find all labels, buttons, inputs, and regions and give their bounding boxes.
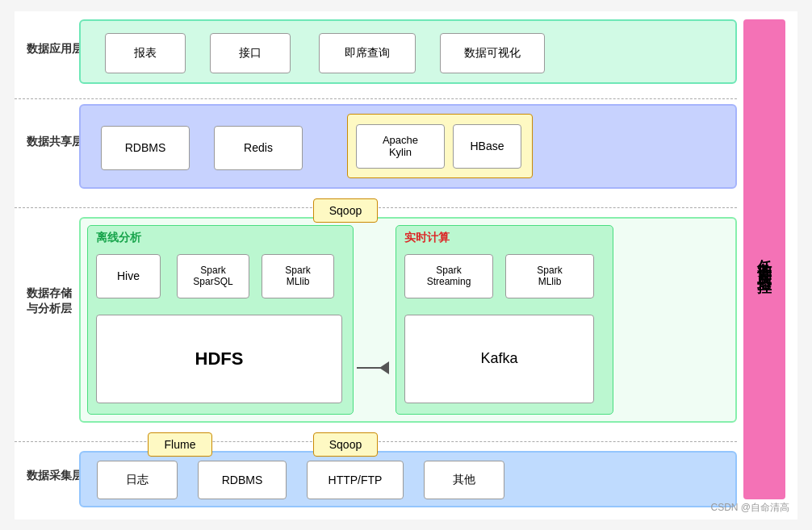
box-http-ftp: HTTP/FTP (307, 461, 404, 499)
sqoop-top-label: Sqoop (329, 204, 362, 217)
connector-sqoop-bottom: Sqoop (313, 432, 378, 457)
label-application-text: 数据应用层 (27, 42, 83, 56)
box-kafka: Kafka (404, 315, 594, 403)
box-spark-mllib-offline: SparkMLlib (262, 254, 334, 298)
label-sharing-text: 数据共享层 (27, 135, 83, 149)
box-rizhi: 日志 (97, 461, 178, 499)
box-group-kylin-hbase: ApacheKylin HBase (347, 114, 533, 178)
box-hbase: HBase (453, 124, 521, 169)
label-application: 数据应用层 (27, 42, 83, 56)
diagram-container: 任务调度与监控 数据应用层 报表 接口 即席查询 数据可视化 数据共享层 RDB… (15, 11, 797, 520)
layer-sharing: RDBMS Redis ApacheKylin HBase (79, 104, 737, 189)
dashed-line-1 (15, 98, 737, 99)
box-rdbms-collection: RDBMS (198, 461, 287, 499)
label-collection-text: 数据采集层 (27, 469, 83, 483)
connector-sqoop-top: Sqoop (313, 198, 378, 223)
watermark: CSDN @自命清高 (710, 501, 789, 515)
offline-label: 离线分析 (96, 231, 141, 245)
box-rdbms-sharing: RDBMS (101, 126, 190, 170)
label-collection: 数据采集层 (27, 469, 83, 483)
realtime-section: 实时计算 SparkStreaming SparkMLlib Kafka (396, 225, 613, 415)
layer-collection: 日志 RDBMS HTTP/FTP 其他 (79, 451, 737, 507)
box-hive: Hive (96, 254, 161, 298)
box-spark-mllib-realtime: SparkMLlib (505, 254, 594, 298)
connector-flume: Flume (148, 432, 212, 457)
watermark-text: CSDN @自命清高 (710, 502, 789, 513)
sqoop-bottom-label: Sqoop (329, 438, 362, 451)
sidebar-task-control: 任务调度与监控 (743, 19, 785, 499)
box-keshihua: 数据可视化 (440, 33, 545, 73)
box-hdfs: HDFS (96, 315, 342, 403)
layer-application: 报表 接口 即席查询 数据可视化 (79, 19, 737, 84)
label-storage-text: 数据存储与分析层 (27, 286, 72, 317)
sidebar-label: 任务调度与监控 (755, 248, 774, 270)
box-qita: 其他 (424, 461, 504, 499)
realtime-label: 实时计算 (404, 231, 450, 245)
arrow-hdfs-kafka (357, 360, 389, 376)
box-spark-sparsql: SparkSparSQL (177, 254, 249, 298)
label-storage: 数据存储与分析层 (27, 286, 75, 317)
box-redis: Redis (214, 126, 303, 170)
layer-storage: 离线分析 Hive SparkSparSQL SparkMLlib HDFS 实… (79, 217, 737, 423)
flume-label: Flume (165, 438, 196, 451)
box-jiekou: 接口 (210, 33, 291, 73)
box-baobiao: 报表 (105, 33, 186, 73)
box-spark-streaming: SparkStreaming (404, 254, 493, 298)
box-apache-kylin: ApacheKylin (356, 124, 445, 169)
label-sharing: 数据共享层 (27, 135, 83, 149)
offline-section: 离线分析 Hive SparkSparSQL SparkMLlib HDFS (87, 225, 354, 415)
box-jixichaxun: 即席查询 (319, 33, 416, 73)
